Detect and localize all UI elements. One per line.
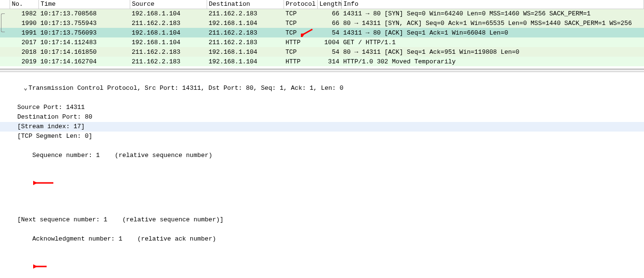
cell-source: 192.168.1.104 — [130, 9, 207, 18]
cell-time: 10:17:13.756093 — [38, 28, 130, 37]
packet-list-pane[interactable]: No. Time Source Destination Protocol Len… — [0, 0, 644, 69]
detail-next-seq[interactable]: [Next sequence number: 1 (relative seque… — [0, 215, 644, 225]
conn-marker-cell — [0, 47, 10, 57]
detail-segment-len[interactable]: [TCP Segment Len: 0] — [0, 132, 644, 141]
cell-source: 211.162.2.183 — [130, 47, 207, 57]
table-row[interactable]: 199110:17:13.756093192.168.1.104211.162.… — [0, 28, 644, 37]
col-info[interactable]: Info — [341, 0, 644, 9]
detail-ack-number[interactable]: Acknowledgment number: 1 (relative ack n… — [0, 225, 644, 278]
cell-length: 54 — [317, 47, 341, 57]
cell-destination: 211.162.2.183 — [207, 9, 284, 18]
cell-length: 1004 — [317, 37, 341, 47]
detail-src-port[interactable]: Source Port: 14311 — [0, 103, 644, 112]
cell-info: HTTP/1.0 302 Moved Temporarily — [341, 57, 644, 66]
cell-length: 66 — [317, 18, 341, 28]
annotation-arrow-icon — [33, 160, 56, 205]
table-row[interactable]: 201710:17:14.112483192.168.1.104211.162.… — [0, 37, 644, 47]
conn-marker-cell — [0, 18, 10, 28]
expand-toggle-icon[interactable]: ⌄ — [23, 84, 28, 93]
col-len[interactable]: Length — [317, 0, 341, 9]
cell-time: 10:17:14.161850 — [38, 47, 130, 57]
table-row[interactable]: 201910:17:14.162704211.162.2.183192.168.… — [0, 57, 644, 66]
detail-dst-port[interactable]: Destination Port: 80 — [0, 112, 644, 122]
cell-length: 66 — [317, 9, 341, 18]
conn-marker-cell — [0, 9, 10, 18]
cell-info: 14311 → 80 [SYN] Seq=0 Win=64240 Len=0 M… — [341, 9, 644, 18]
col-src[interactable]: Source — [130, 0, 207, 9]
cell-source: 192.168.1.104 — [130, 28, 207, 37]
svg-line-0 — [304, 29, 312, 34]
cell-protocol: TCP — [284, 18, 317, 28]
table-row[interactable]: 199010:17:13.755943211.162.2.183192.168.… — [0, 18, 644, 28]
cell-destination: 192.168.1.104 — [207, 57, 284, 66]
col-dst[interactable]: Destination — [207, 0, 284, 9]
cell-protocol: TCP — [284, 9, 317, 18]
cell-info: 80 → 14311 [SYN, ACK] Seq=0 Ack=1 Win=65… — [341, 18, 644, 28]
cell-length: 54 — [317, 28, 341, 37]
cell-destination: 192.168.1.104 — [207, 18, 284, 28]
cell-no: 1982 — [10, 9, 38, 18]
cell-protocol: TCP — [284, 47, 317, 57]
cell-time: 10:17:13.708568 — [38, 9, 130, 18]
conn-marker-cell — [0, 28, 10, 37]
annotation-arrow-icon — [33, 244, 56, 278]
col-time[interactable]: Time — [38, 0, 130, 9]
cell-no: 1991 — [10, 28, 38, 37]
cell-time: 10:17:13.755943 — [38, 18, 130, 28]
cell-info: GET / HTTP/1.1 — [341, 37, 644, 47]
cell-time: 10:17:14.112483 — [38, 37, 130, 47]
cell-protocol: TCP — [284, 28, 317, 37]
conn-marker-cell — [0, 37, 10, 47]
col-no[interactable]: No. — [10, 0, 38, 9]
cell-no: 2019 — [10, 57, 38, 66]
tcp-section-header[interactable]: ⌄Transmission Control Protocol, Src Port… — [0, 74, 644, 103]
cell-destination: 211.162.2.183 — [207, 28, 284, 37]
tcp-header-text: Transmission Control Protocol, Src Port:… — [28, 85, 343, 92]
cell-info: 80 → 14311 [ACK] Seq=1 Ack=951 Win=11980… — [341, 47, 644, 57]
conn-marker-cell — [0, 57, 10, 66]
cell-no: 1990 — [10, 18, 38, 28]
cell-protocol: HTTP — [284, 37, 317, 47]
table-row[interactable]: 201810:17:14.161850211.162.2.183192.168.… — [0, 47, 644, 57]
col-proto[interactable]: Protocol — [284, 0, 317, 9]
cell-no: 2018 — [10, 47, 38, 57]
packet-table[interactable]: No. Time Source Destination Protocol Len… — [0, 0, 644, 66]
table-row[interactable]: 198210:17:13.708568192.168.1.104211.162.… — [0, 9, 644, 18]
cell-destination: 211.162.2.183 — [207, 37, 284, 47]
cell-source: 211.162.2.183 — [130, 18, 207, 28]
cell-destination: 192.168.1.104 — [207, 47, 284, 57]
packet-details-pane[interactable]: ⌄Transmission Control Protocol, Src Port… — [0, 72, 644, 278]
cell-info: 14311 → 80 [ACK] Seq=1 Ack=1 Win=66048 L… — [341, 28, 644, 37]
detail-stream-index[interactable]: [Stream index: 17] — [0, 122, 644, 132]
cell-protocol: HTTP — [284, 57, 317, 66]
annotation-arrow-icon — [301, 28, 313, 37]
detail-seq-number[interactable]: Sequence number: 1 (relative sequence nu… — [0, 141, 644, 215]
cell-length: 314 — [317, 57, 341, 66]
cell-no: 2017 — [10, 37, 38, 47]
cell-source: 192.168.1.104 — [130, 37, 207, 47]
col-marker[interactable] — [0, 0, 10, 9]
cell-source: 211.162.2.183 — [130, 57, 207, 66]
cell-time: 10:17:14.162704 — [38, 57, 130, 66]
